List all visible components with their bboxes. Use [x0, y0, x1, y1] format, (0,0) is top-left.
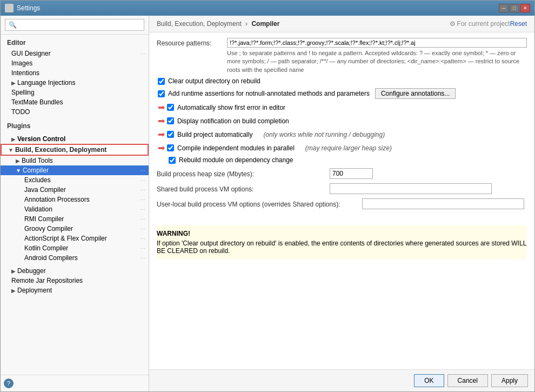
- sidebar-item-annotation-processors[interactable]: Annotation Processors ⋯: [1, 195, 149, 204]
- sidebar-item-validation[interactable]: Validation ⋯: [1, 204, 149, 214]
- add-runtime-checkbox[interactable]: [158, 90, 165, 97]
- compile-parallel-note: (may require larger heap size): [305, 144, 392, 152]
- warning-box: WARNING! If option 'Clear output directo…: [157, 225, 527, 259]
- title-bar: Settings ─ □ ✕: [1, 1, 534, 16]
- sidebar-item-debugger[interactable]: ▶ Debugger: [1, 266, 149, 276]
- build-automatically-label: Build project automatically: [177, 131, 252, 138]
- sidebar-bottom: ?: [1, 375, 149, 391]
- arrow-icon-2: ➡: [158, 116, 165, 126]
- clear-output-checkbox[interactable]: [158, 78, 165, 85]
- clear-output-row: Clear output directory on rebuild: [157, 77, 527, 85]
- warning-title: WARNING!: [157, 230, 527, 237]
- breadcrumb-separator: ›: [245, 20, 249, 28]
- compile-parallel-label: Compile independent modules in parallel: [177, 144, 295, 152]
- resource-patterns-row: Resource patterns: Use ; to separate pat…: [157, 38, 527, 74]
- settings-icon: ⚙: [450, 20, 456, 28]
- arrow-icon-3: ➡: [158, 129, 165, 139]
- expand-icon2: ▼: [8, 147, 14, 153]
- sidebar-item-textmate-bundles[interactable]: TextMate Bundles: [1, 97, 149, 107]
- userlocal-vm-label: User-local build process VM options (ove…: [157, 200, 362, 208]
- settings-window: Settings ─ □ ✕ Editor GUI Designer ⋯ Ima…: [0, 0, 535, 392]
- arrow-icon-4: ➡: [158, 143, 165, 153]
- expand-icon3: ▶: [16, 158, 20, 164]
- search-input[interactable]: [5, 19, 144, 31]
- shared-vm-label: Shared build process VM options:: [157, 184, 330, 193]
- expand-icon: ▶: [11, 136, 16, 142]
- add-runtime-row: Add runtime assertions for notnull-annot…: [157, 88, 527, 99]
- sidebar-item-android-compilers[interactable]: Android Compilers ⋯: [1, 253, 149, 263]
- add-runtime-label: Add runtime assertions for notnull-annot…: [168, 90, 370, 97]
- for-project-label: ⚙ For current project: [450, 20, 510, 28]
- rebuild-dependency-label: Rebuild module on dependency change: [179, 156, 293, 164]
- sidebar-item-compiler[interactable]: ▼ Compiler ⋯: [1, 165, 149, 175]
- panel-body: Resource patterns: Use ; to separate pat…: [149, 32, 534, 369]
- sidebar-item-deployment[interactable]: ▶ Deployment: [1, 285, 149, 295]
- minimize-button[interactable]: ─: [499, 4, 509, 12]
- window-controls: ─ □ ✕: [499, 4, 530, 12]
- sidebar-item-kotlin-compiler[interactable]: Kotlin Compiler ⋯: [1, 243, 149, 253]
- rebuild-dependency-row: Rebuild module on dependency change: [157, 156, 527, 164]
- sidebar-item-groovy-compiler[interactable]: Groovy Compiler ⋯: [1, 224, 149, 234]
- maximize-button[interactable]: □: [510, 4, 519, 12]
- reset-link[interactable]: Reset: [510, 20, 527, 28]
- resource-patterns-hint: Use ; to separate patterns and ! to nega…: [227, 49, 527, 74]
- compile-parallel-row: ➡ Compile independent modules in paralle…: [157, 143, 527, 153]
- auto-show-error-checkbox[interactable]: [167, 104, 174, 111]
- build-automatically-note: (only works while not running / debuggin…: [263, 131, 385, 138]
- sidebar-item-spelling[interactable]: Spelling: [1, 88, 149, 97]
- close-button[interactable]: ✕: [520, 4, 530, 12]
- plugins-section: Plugins: [1, 120, 149, 131]
- panel-header: Build, Execution, Deployment › Compiler …: [149, 16, 534, 32]
- display-notification-row: ➡ Display notification on build completi…: [157, 116, 527, 126]
- search-box: [1, 16, 149, 35]
- sidebar-item-build-tools[interactable]: ▶ Build Tools: [1, 156, 149, 165]
- collapse-icon: ▶: [11, 80, 16, 86]
- bottom-buttons: OK Cancel Apply: [149, 369, 534, 391]
- heap-size-row: Build process heap size (Mbytes):: [157, 168, 527, 179]
- display-notification-checkbox[interactable]: [167, 117, 174, 124]
- app-icon: [5, 4, 14, 12]
- breadcrumb-path: Build, Execution, Deployment: [157, 20, 242, 28]
- userlocal-vm-row: User-local build process VM options (ove…: [157, 198, 527, 209]
- sidebar-item-remote-jar[interactable]: Remote Jar Repositories: [1, 276, 149, 285]
- sidebar-item-excludes[interactable]: Excludes ⋯: [1, 175, 149, 185]
- resource-patterns-label: Resource patterns:: [157, 38, 227, 47]
- sidebar-item-intentions[interactable]: Intentions: [1, 68, 149, 78]
- window-title: Settings: [17, 4, 499, 12]
- arrow-icon-1: ➡: [158, 102, 165, 112]
- sidebar-item-images[interactable]: Images: [1, 58, 149, 68]
- sidebar-item-java-compiler[interactable]: Java Compiler ⋯: [1, 185, 149, 195]
- shared-vm-input[interactable]: [330, 183, 492, 194]
- apply-button[interactable]: Apply: [491, 374, 528, 387]
- sidebar-item-language-injections[interactable]: ▶ Language Injections: [1, 78, 149, 88]
- sidebar-item-build-execution[interactable]: ▼ Build, Execution, Deployment: [1, 144, 149, 156]
- compile-parallel-checkbox[interactable]: [167, 144, 174, 151]
- editor-section: Editor: [1, 37, 149, 49]
- heap-size-label: Build process heap size (Mbytes):: [157, 169, 330, 178]
- shared-vm-row: Shared build process VM options:: [157, 183, 527, 194]
- sidebar-item-actionscript[interactable]: ActionScript & Flex Compiler ⋯: [1, 234, 149, 243]
- sidebar-item-todo[interactable]: TODO: [1, 107, 149, 117]
- sidebar-item-version-control[interactable]: ▶ Version Control: [1, 134, 149, 144]
- cancel-button[interactable]: Cancel: [447, 374, 488, 387]
- collapse-icon2: ▼: [16, 168, 21, 174]
- userlocal-vm-input[interactable]: [362, 198, 524, 209]
- sidebar-item-rmi-compiler[interactable]: RMI Compiler ⋯: [1, 214, 149, 224]
- clear-output-label: Clear output directory on rebuild: [168, 77, 260, 85]
- rebuild-dependency-checkbox[interactable]: [169, 157, 176, 164]
- breadcrumb-current: Compiler: [251, 20, 279, 28]
- main-content: Editor GUI Designer ⋯ Images Intentions …: [1, 16, 534, 391]
- help-icon[interactable]: ?: [4, 378, 14, 388]
- heap-size-input[interactable]: [330, 168, 373, 179]
- auto-show-error-row: ➡ Automatically show first error in edit…: [157, 102, 527, 112]
- warning-text: If option 'Clear output directory on reb…: [157, 240, 527, 255]
- right-panel: Build, Execution, Deployment › Compiler …: [149, 16, 534, 391]
- configure-annotations-button[interactable]: Configure annotations...: [375, 88, 456, 99]
- resource-patterns-input[interactable]: [227, 38, 527, 48]
- display-notification-label: Display notification on build completion: [177, 117, 289, 125]
- build-automatically-checkbox[interactable]: [167, 131, 174, 138]
- tree-area: Editor GUI Designer ⋯ Images Intentions …: [1, 35, 149, 375]
- auto-show-error-label: Automatically show first error in editor: [177, 104, 285, 111]
- ok-button[interactable]: OK: [414, 374, 444, 387]
- sidebar-item-gui-designer[interactable]: GUI Designer ⋯: [1, 49, 149, 58]
